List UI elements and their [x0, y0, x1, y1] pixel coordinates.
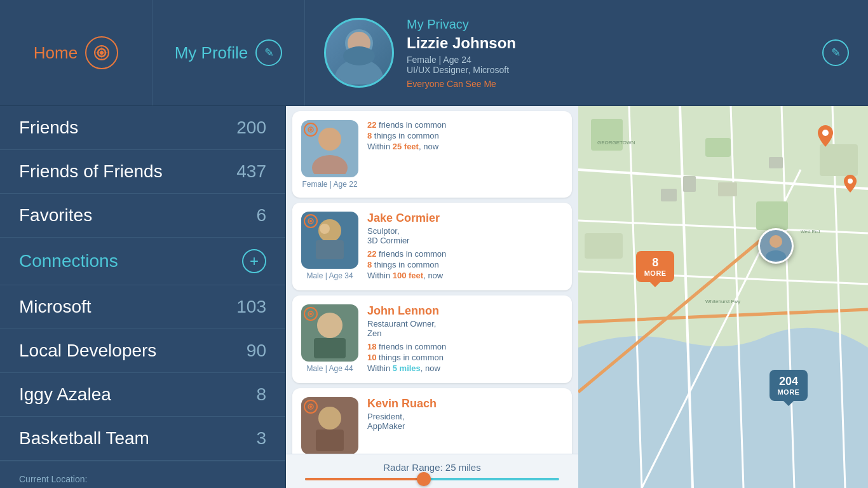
user-info: My Privacy Lizzie Johnson Female | Age 2…	[407, 17, 810, 89]
person-avatar	[301, 212, 358, 269]
person-info: John Lennon Restaurant Owner, Zen 18 fri…	[367, 304, 563, 374]
person-info: 22 friends in common 8 things in common …	[367, 120, 563, 152]
profile-nav[interactable]: My Profile ✎	[153, 0, 305, 105]
map-pin-bubble-8: 8 MORE	[636, 251, 674, 282]
list-item[interactable]: Male | Age 42 Kevin Ruach President, App…	[292, 388, 572, 454]
main-content: Friends 200 Friends of Friends 437 Favor…	[0, 106, 868, 488]
svg-point-14	[309, 220, 312, 222]
privacy-label: My Privacy	[407, 17, 810, 32]
svg-point-52	[770, 235, 782, 248]
svg-rect-44	[683, 176, 696, 192]
home-nav[interactable]: Home	[0, 0, 153, 105]
person-name: Jake Cormier	[367, 212, 563, 225]
sidebar-item-local-developers[interactable]: Local Developers 90	[0, 329, 285, 373]
person-avatar	[301, 397, 358, 454]
person-avatar	[301, 120, 358, 177]
list-item[interactable]: Male | Age 34 Jake Cormier Sculptor, 3D …	[292, 203, 572, 290]
distance-stat: Within 25 feet, now	[367, 142, 563, 151]
sidebar-conn-label: Connections	[19, 251, 118, 271]
user-job: UI/UX Designer, Microsoft	[407, 65, 810, 75]
svg-point-23	[309, 405, 312, 408]
person-gender-age: Male | Age 44	[306, 364, 353, 373]
online-icon	[304, 214, 318, 228]
svg-rect-45	[718, 182, 737, 196]
person-avatar-wrap: Female | Age 22	[301, 120, 358, 189]
map-profile-avatar[interactable]	[758, 228, 794, 264]
friends-stat: 22 friends in common	[367, 249, 563, 259]
online-icon	[304, 307, 318, 321]
svg-rect-38	[591, 119, 623, 151]
svg-point-19	[309, 313, 312, 315]
svg-point-24	[318, 407, 341, 430]
sidebar-iggy-label: Iggy Azalea	[19, 384, 111, 405]
map-pin-bubble-204: 204 MORE	[770, 370, 808, 401]
sidebar-item-friends[interactable]: Friends 200	[0, 106, 285, 150]
person-info: Jake Cormier Sculptor, 3D Cormier 22 fri…	[367, 212, 563, 281]
svg-rect-46	[769, 157, 783, 168]
svg-point-17	[320, 224, 330, 234]
radar-bar: Radar Range: 25 miles	[286, 454, 578, 488]
svg-point-20	[317, 313, 342, 338]
radar-slider-thumb[interactable]	[417, 472, 431, 486]
map-location-pin-r[interactable]	[844, 175, 857, 195]
map-cluster-8[interactable]: 8 MORE	[636, 251, 674, 282]
things-stat: 8 things in common	[367, 131, 563, 140]
sidebar-item-basketball[interactable]: Basketball Team 3	[0, 417, 285, 461]
profile-label: My Profile	[175, 43, 248, 63]
svg-point-54	[848, 179, 853, 184]
online-icon	[304, 123, 318, 137]
person-avatar	[301, 304, 358, 362]
sidebar-item-iggy[interactable]: Iggy Azalea 8	[0, 373, 285, 417]
visibility-status[interactable]: Everyone Can See Me	[407, 79, 810, 89]
add-connection-button[interactable]: +	[242, 249, 266, 273]
sidebar-item-microsoft[interactable]: Microsoft 103	[0, 285, 285, 329]
svg-rect-39	[705, 138, 731, 157]
sidebar-ld-label: Local Developers	[19, 341, 156, 361]
svg-point-8	[343, 46, 375, 65]
person-avatar-wrap: Male | Age 44	[301, 304, 358, 373]
person-name: John Lennon	[367, 304, 563, 318]
distance-stat: Within 5 miles, now	[367, 363, 563, 373]
sidebar-fof-count: 437	[236, 161, 266, 182]
sidebar-item-friends-of-friends[interactable]: Friends of Friends 437	[0, 150, 285, 194]
person-job: President, AppMaker	[367, 412, 563, 431]
friends-stat: 18 friends in common	[367, 342, 563, 351]
things-stat: 8 things in common	[367, 260, 563, 269]
person-gender-age: Male | Age 34	[306, 271, 353, 280]
person-avatar-wrap: Male | Age 34	[301, 212, 358, 280]
radar-slider-fill	[305, 478, 419, 480]
svg-text:Whitehurst Fwy: Whitehurst Fwy	[705, 299, 740, 304]
map-cluster-204[interactable]: 204 MORE	[770, 370, 808, 401]
people-list: Female | Age 22 22 friends in common 8 t…	[286, 106, 578, 454]
location-label: Current Location:	[19, 474, 266, 484]
svg-rect-25	[316, 430, 344, 451]
home-icon	[85, 36, 118, 69]
svg-point-10	[309, 128, 312, 131]
map-panel: GEORGETOWN Whitehurst Fwy West End 8 MOR…	[578, 106, 868, 488]
user-name: Lizzie Johnson	[407, 34, 810, 52]
svg-point-12	[312, 155, 348, 174]
person-job: Sculptor, 3D Cormier	[367, 226, 563, 245]
sidebar-fof-label: Friends of Friends	[19, 161, 163, 182]
list-item[interactable]: Female | Age 22 22 friends in common 8 t…	[292, 111, 572, 198]
sidebar-item-favorites[interactable]: Favorites 6	[0, 194, 285, 238]
person-job: Restaurant Owner, Zen	[367, 319, 563, 338]
profile-edit-icon[interactable]: ✎	[255, 39, 282, 66]
person-name: Kevin Ruach	[367, 397, 563, 410]
sidebar-bball-count: 3	[256, 428, 266, 449]
sidebar: Friends 200 Friends of Friends 437 Favor…	[0, 106, 286, 488]
sidebar-fav-count: 6	[256, 205, 266, 226]
sidebar-item-connections[interactable]: Connections +	[0, 238, 285, 285]
svg-point-11	[318, 128, 341, 151]
svg-rect-41	[756, 201, 788, 230]
person-gender-age: Female | Age 22	[302, 180, 357, 189]
home-label: Home	[34, 43, 78, 63]
privacy-section: My Privacy Lizzie Johnson Female | Age 2…	[305, 0, 868, 105]
map-location-pin-tr[interactable]	[818, 125, 833, 149]
svg-rect-21	[314, 338, 346, 358]
svg-text:West End: West End	[801, 229, 820, 234]
avatar	[324, 18, 394, 88]
list-item[interactable]: Male | Age 44 John Lennon Restaurant Own…	[292, 295, 572, 383]
privacy-edit-button[interactable]: ✎	[822, 39, 849, 66]
sidebar-ms-count: 103	[236, 297, 266, 317]
